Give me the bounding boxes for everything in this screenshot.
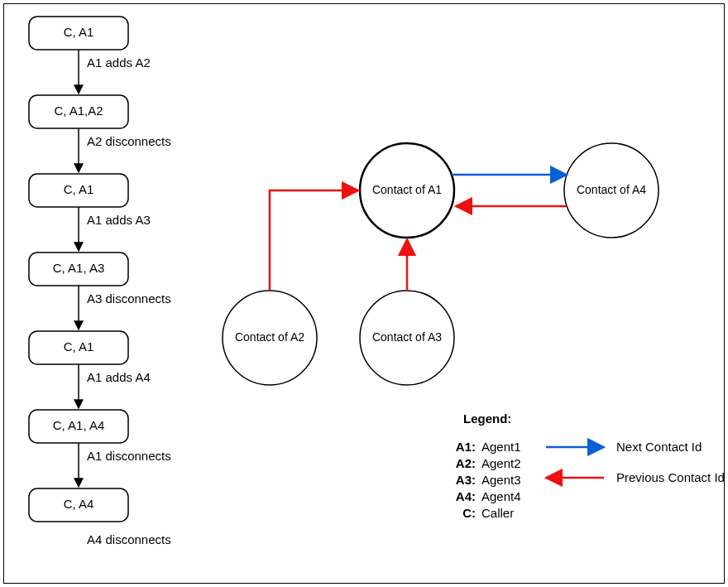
flow-box-5-label: C, A1 xyxy=(64,339,94,354)
flow-box-5: C, A1 xyxy=(29,331,128,364)
flow-box-1: C, A1 xyxy=(29,17,128,50)
flow-edge-label-5: A1 adds A4 xyxy=(87,370,151,384)
flow-edge-label-1: A1 adds A2 xyxy=(87,55,151,70)
flow-box-3: C, A1 xyxy=(29,174,128,207)
flow-box-6-label: C, A1, A4 xyxy=(53,418,105,432)
contact-a1: Contact of A1 xyxy=(360,143,454,238)
diagram-root: C, A1 C, A1,A2 C, A1 C, A1, A3 C, A1 xyxy=(0,0,728,587)
flow-edge-label-6: A1 disconnects xyxy=(87,449,171,463)
legend-key-a2: A2: xyxy=(456,456,476,470)
contact-a2: Contact of A2 xyxy=(223,291,317,385)
legend-val-a3: Agent3 xyxy=(481,473,521,487)
flow-box-7: C, A4 xyxy=(29,488,128,522)
legend-key-a1: A1: xyxy=(456,440,476,454)
legend-title: Legend: xyxy=(463,411,511,426)
flow-box-4-label: C, A1, A3 xyxy=(53,261,105,275)
contact-a2-label: Contact of A2 xyxy=(235,330,304,344)
flow-box-7-label: C, A4 xyxy=(64,497,94,511)
legend-prev-label: Previous Contact Id xyxy=(616,470,724,484)
flow-box-6: C, A1, A4 xyxy=(29,410,128,443)
flow-edge-label-3: A1 adds A3 xyxy=(87,213,151,227)
legend-val-a2: Agent2 xyxy=(481,456,521,470)
flow-box-1-label: C, A1 xyxy=(64,25,94,39)
contact-a4: Contact of A4 xyxy=(564,143,659,238)
legend-val-a1: Agent1 xyxy=(481,440,521,454)
flow-edge-label-2: A2 disconnects xyxy=(87,134,171,148)
legend-next-label: Next Contact Id xyxy=(616,440,702,454)
flow-box-2: C, A1,A2 xyxy=(29,95,128,128)
contact-a3: Contact of A3 xyxy=(360,291,454,385)
legend-val-a4: Agent4 xyxy=(481,489,521,503)
diagram-svg: C, A1 C, A1,A2 C, A1 C, A1, A3 C, A1 xyxy=(4,4,724,583)
legend-val-c: Caller xyxy=(481,506,514,520)
flow-box-4: C, A1, A3 xyxy=(29,253,128,286)
flow-box-3-label: C, A1 xyxy=(64,182,94,196)
arrow-prev-a2-a1 xyxy=(270,190,358,291)
contact-a3-label: Contact of A3 xyxy=(372,330,442,344)
legend-key-a4: A4: xyxy=(456,489,476,503)
flow-edge-label-7: A4 disconnects xyxy=(87,532,171,546)
flow-box-2-label: C, A1,A2 xyxy=(54,103,103,118)
legend-key-c: C: xyxy=(462,506,476,520)
contact-a1-label: Contact of A1 xyxy=(372,183,442,196)
flow-edge-label-4: A3 disconnects xyxy=(87,291,171,306)
legend-key-a3: A3: xyxy=(456,473,476,487)
contact-a4-label: Contact of A4 xyxy=(577,183,646,196)
diagram-frame: C, A1 C, A1,A2 C, A1 C, A1, A3 C, A1 xyxy=(3,3,725,584)
